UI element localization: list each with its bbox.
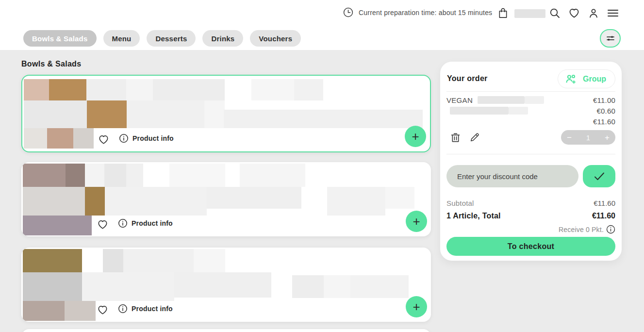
product-info-button[interactable]: Product info — [119, 133, 174, 143]
image-redaction-block — [126, 164, 143, 187]
image-redaction-block — [127, 100, 204, 128]
image-redaction-block — [174, 272, 271, 298]
card-footer: Product info + — [21, 298, 431, 322]
order-item-total-row: €11.60 — [446, 117, 615, 126]
item-actions-row: − 1 + — [446, 130, 615, 145]
image-redaction-block — [104, 164, 126, 187]
tab-desserts[interactable]: Desserts — [147, 30, 196, 47]
category-tabs: Bowls & Salads Menu Desserts Drinks Vouc… — [23, 30, 301, 47]
total-row: 1 Article, Total €11.60 — [446, 212, 615, 220]
subtotal-label: Subtotal — [446, 199, 474, 207]
account-button[interactable] — [588, 7, 600, 19]
image-redaction-block — [294, 79, 323, 100]
image-redaction-block — [23, 187, 85, 216]
divider — [446, 154, 615, 154]
product-card[interactable]: Product info + — [21, 75, 431, 152]
image-redaction-block — [204, 100, 225, 128]
product-card[interactable]: Product info + — [21, 162, 431, 236]
add-to-cart-button[interactable]: + — [406, 211, 427, 232]
decrease-quantity-button[interactable]: − — [567, 133, 572, 142]
image-redaction-block — [207, 187, 301, 209]
image-redaction-block — [385, 187, 414, 209]
main-content: Bowls & Salads Product info + — [0, 50, 644, 332]
card-footer: Product info + — [22, 127, 430, 151]
image-redaction-block — [123, 249, 194, 272]
delete-item-button[interactable] — [450, 132, 461, 143]
image-redaction-block — [240, 164, 305, 187]
favorites-button[interactable] — [568, 7, 581, 19]
product-info-label: Product info — [132, 305, 173, 313]
bag-icon — [498, 8, 508, 19]
order-panel: Your order Group VEGAN €11.00 €0.60 €11.… — [440, 62, 622, 261]
image-redaction-block — [169, 164, 225, 187]
page-title: Bowls & Salads — [21, 60, 81, 68]
item-price: €11.00 — [593, 96, 615, 104]
sliders-icon — [606, 33, 615, 43]
product-info-label: Product info — [132, 219, 173, 227]
group-add-icon — [565, 73, 578, 85]
image-redaction-block — [23, 272, 82, 301]
increase-quantity-button[interactable]: + — [605, 133, 610, 142]
total-value: €11.60 — [592, 212, 615, 220]
apply-discount-button[interactable] — [583, 165, 615, 187]
tab-drinks[interactable]: Drinks — [202, 30, 243, 47]
redacted-option-text — [509, 107, 528, 115]
order-item-tag: VEGAN — [446, 96, 473, 104]
image-redaction-block — [324, 275, 350, 298]
order-item-row: VEGAN €11.00 — [446, 96, 615, 104]
image-redaction-block — [66, 164, 85, 187]
image-redaction-block — [194, 249, 225, 272]
image-redaction-block — [251, 79, 294, 100]
search-button[interactable] — [549, 7, 561, 19]
tab-vouchers[interactable]: Vouchers — [250, 30, 301, 47]
edit-item-button[interactable] — [469, 132, 480, 143]
product-info-button[interactable]: Product info — [118, 304, 173, 314]
discount-code-input[interactable] — [446, 165, 578, 187]
quantity-stepper: − 1 + — [561, 130, 615, 145]
group-label: Group — [583, 75, 606, 83]
card-footer: Product info + — [21, 212, 431, 236]
checkout-button[interactable]: To checkout — [446, 237, 615, 256]
tab-menu[interactable]: Menu — [103, 30, 140, 47]
points-info-icon[interactable] — [606, 225, 615, 234]
image-redaction-block — [23, 249, 82, 272]
favorite-heart-icon[interactable] — [98, 133, 110, 145]
subtotal-value: €11.60 — [594, 199, 615, 207]
favorite-heart-icon[interactable] — [97, 218, 109, 230]
order-item-subrow: €0.60 — [446, 106, 615, 115]
redacted-item-name — [525, 96, 544, 104]
image-redaction-block — [82, 272, 174, 301]
hamburger-menu-button[interactable] — [607, 7, 619, 19]
add-to-cart-button[interactable]: + — [406, 296, 427, 317]
image-redaction-block — [85, 187, 105, 216]
filter-button[interactable] — [600, 29, 621, 48]
add-to-cart-button[interactable]: + — [405, 126, 426, 147]
favorite-heart-icon[interactable] — [97, 304, 109, 315]
image-redaction-block — [153, 79, 225, 100]
prep-time: Current preparation time: about 15 minut… — [343, 7, 492, 18]
prep-time-label: Current preparation time: about 15 minut… — [359, 9, 492, 17]
info-icon — [119, 133, 129, 143]
topbar: Current preparation time: about 15 minut… — [0, 0, 644, 25]
image-redaction-block — [105, 187, 207, 216]
image-redaction-block — [24, 100, 87, 128]
product-info-button[interactable]: Product info — [118, 218, 173, 228]
quantity-value: 1 — [586, 133, 590, 142]
divider — [446, 91, 615, 92]
check-icon — [593, 171, 606, 182]
item-extra-price: €0.60 — [596, 107, 615, 115]
cart-summary[interactable] — [498, 8, 545, 19]
image-redaction-block — [103, 249, 123, 272]
group-order-button[interactable]: Group — [558, 69, 615, 88]
image-redaction-block — [327, 187, 385, 216]
image-redaction-block — [86, 79, 126, 100]
info-icon — [118, 218, 128, 228]
product-info-label: Product info — [132, 134, 174, 142]
image-redaction-block — [85, 164, 104, 187]
clock-icon — [343, 7, 354, 18]
product-card-partial[interactable] — [21, 329, 431, 332]
points-row: Receive 0 Pkt. — [559, 225, 615, 234]
product-card[interactable]: Product info + — [21, 248, 431, 322]
tab-bowls-salads[interactable]: Bowls & Salads — [23, 30, 97, 47]
discount-row — [440, 165, 622, 187]
